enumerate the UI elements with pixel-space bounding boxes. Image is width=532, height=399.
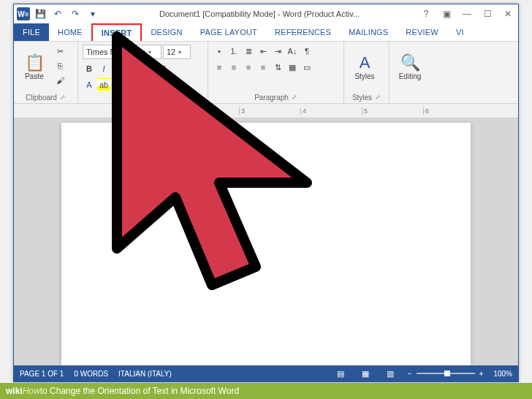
sort-button[interactable]: A↓ (286, 45, 299, 58)
group-editing: 🔍 Editing (390, 42, 435, 103)
font-family-combo[interactable]: Times New Rom▾ (83, 45, 162, 59)
strike-button[interactable]: abc (126, 62, 140, 75)
text-caret (114, 175, 115, 187)
qat-save-button[interactable]: 💾 (33, 7, 48, 21)
close-button[interactable]: ✕ (498, 4, 518, 23)
tab-design[interactable]: DESIGN (142, 23, 191, 41)
superscript-button[interactable]: x² (156, 62, 169, 75)
italic-button[interactable]: I (97, 62, 110, 75)
zoom-percent[interactable]: 100% (493, 370, 512, 378)
group-paragraph-label: Paragraph (254, 94, 289, 102)
word-app-icon: W≡ (17, 7, 30, 20)
help-button[interactable]: ? (416, 4, 436, 23)
ruler-tick: 6 (423, 107, 484, 115)
bold-button[interactable]: B (83, 62, 96, 75)
paste-icon: 📋 (25, 53, 45, 72)
status-language[interactable]: ITALIAN (ITALY) (118, 370, 172, 378)
styles-button[interactable]: A Styles (349, 45, 381, 88)
ribbon: 📋 Paste ✂ ⎘ 🖌 Clipboard⤢ Times N (14, 41, 518, 104)
tab-review[interactable]: REVIEW (397, 23, 447, 41)
highlight-button[interactable]: ab (97, 78, 110, 91)
paste-label: Paste (25, 72, 44, 80)
caption-text: to Change the Orientation of Text in Mic… (40, 386, 239, 396)
tab-file[interactable]: FILE (14, 23, 49, 41)
line-spacing-button[interactable]: ⇅ (271, 61, 284, 74)
document-area[interactable] (14, 118, 518, 365)
qat-redo-button[interactable]: ↷ (68, 7, 83, 21)
zoom-slider[interactable]: − + (408, 370, 484, 378)
bullets-button[interactable]: • (213, 45, 226, 58)
zoom-thumb[interactable] (444, 370, 450, 376)
title-bar: W≡ 💾 ↶ ↷ ▾ Document1 [Compatibility Mode… (14, 4, 518, 23)
qat-undo-button[interactable]: ↶ (50, 7, 65, 21)
status-bar: PAGE 1 OF 1 0 WORDS ITALIAN (ITALY) ▤ ▦ … (14, 365, 518, 381)
group-font: Times New Rom▾ 12▾ B I U abc x₂ x² A (78, 42, 208, 103)
zoom-in-button[interactable]: + (479, 370, 484, 378)
show-marks-button[interactable]: ¶ (300, 45, 314, 58)
font-color-button[interactable]: A (83, 78, 96, 91)
read-mode-button[interactable]: ▤ (333, 368, 348, 379)
minimize-button[interactable]: — (457, 4, 477, 23)
indent-button[interactable]: ⇥ (271, 45, 284, 58)
tab-references[interactable]: REFERENCES (266, 23, 340, 41)
print-layout-button[interactable]: ▦ (358, 368, 373, 379)
tab-page-layout[interactable]: PAGE LAYOUT (191, 23, 266, 41)
group-font-label: Fo (134, 94, 143, 102)
ribbon-tabs: FILE HOME INSERT DESIGN PAGE LAYOUT REFE… (14, 23, 518, 41)
word-window: W≡ 💾 ↶ ↷ ▾ Document1 [Compatibility Mode… (13, 4, 519, 382)
styles-launcher[interactable]: ⤢ (375, 94, 381, 101)
qat-customize-button[interactable]: ▾ (86, 7, 100, 21)
tab-mailings[interactable]: MAILINGS (340, 23, 397, 41)
cut-button[interactable]: ✂ (53, 45, 66, 58)
align-right-button[interactable]: ≡ (242, 61, 255, 74)
ruler-tick: 2 (178, 107, 239, 115)
group-editing-label (394, 91, 430, 103)
zoom-out-button[interactable]: − (408, 370, 412, 378)
align-left-button[interactable]: ≡ (213, 61, 226, 74)
tab-insert[interactable]: INSERT (91, 23, 142, 41)
font-launcher[interactable]: ⤢ (145, 94, 151, 101)
horizontal-ruler[interactable]: 1 2 3 4 5 6 (14, 104, 518, 118)
outdent-button[interactable]: ⇤ (256, 45, 270, 58)
editing-button[interactable]: 🔍 Editing (394, 45, 426, 88)
group-styles: A Styles Styles⤢ (344, 42, 390, 103)
copy-button[interactable]: ⎘ (53, 59, 66, 72)
underline-button[interactable]: U (112, 62, 125, 75)
find-icon: 🔍 (400, 53, 420, 72)
caption-wiki: wiki (6, 386, 23, 396)
group-clipboard-label: Clipboard (26, 94, 57, 102)
borders-button[interactable]: ▭ (300, 61, 314, 74)
tab-home[interactable]: HOME (49, 23, 91, 41)
ruler-tick: 4 (300, 107, 362, 115)
status-words[interactable]: 0 WORDS (74, 370, 108, 378)
ruler-tick: 5 (362, 107, 423, 115)
clipboard-launcher[interactable]: ⤢ (60, 94, 66, 101)
window-title: Document1 [Compatibility Mode] - Word (P… (103, 4, 416, 23)
justify-button[interactable]: ≡ (256, 61, 270, 74)
group-clipboard: 📋 Paste ✂ ⎘ 🖌 Clipboard⤢ (14, 42, 78, 103)
format-painter-button[interactable]: 🖌 (53, 74, 66, 87)
subscript-button[interactable]: x₂ (141, 62, 154, 75)
shading-button[interactable]: ▦ (286, 61, 299, 74)
change-case-button[interactable]: Aa (112, 78, 125, 91)
wikihow-caption: wikiHow to Change the Orientation of Tex… (0, 383, 532, 399)
ribbon-display-button[interactable]: ▣ (436, 4, 457, 23)
editing-label: Editing (399, 72, 422, 80)
group-styles-label: Styles (352, 94, 372, 102)
font-size-combo[interactable]: 12▾ (163, 45, 191, 59)
ruler-tick: 3 (239, 107, 300, 115)
styles-icon: A (360, 53, 370, 72)
web-layout-button[interactable]: ▥ (383, 368, 398, 379)
align-center-button[interactable]: ≡ (227, 61, 240, 74)
tab-view[interactable]: VI (447, 23, 473, 41)
ruler-tick: 1 (116, 107, 178, 115)
paste-button[interactable]: 📋 Paste (18, 45, 50, 88)
caption-how: How (23, 386, 40, 396)
numbering-button[interactable]: 1. (227, 45, 240, 58)
maximize-button[interactable]: ☐ (477, 4, 498, 23)
styles-label: Styles (354, 72, 374, 80)
document-page[interactable] (61, 123, 471, 365)
paragraph-launcher[interactable]: ⤢ (292, 94, 297, 101)
multilevel-button[interactable]: ≣ (242, 45, 255, 58)
status-page[interactable]: PAGE 1 OF 1 (20, 370, 64, 378)
